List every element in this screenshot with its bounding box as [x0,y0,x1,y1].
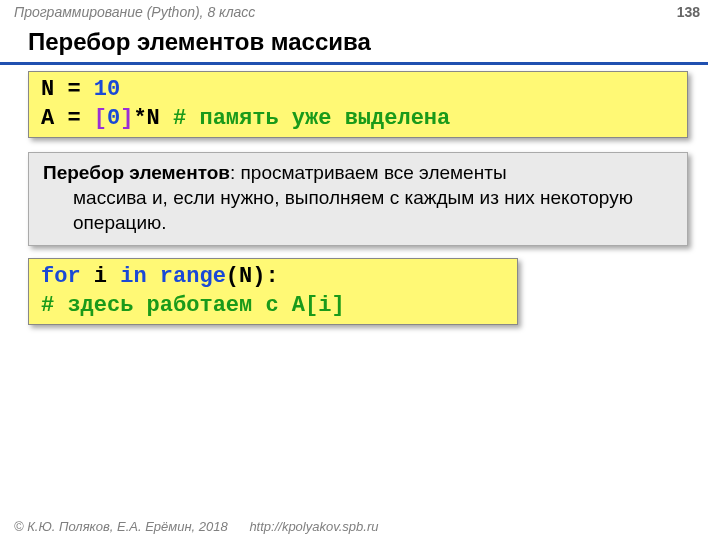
sp [147,264,160,289]
code-br-open: [ [94,106,107,131]
course-label: Программирование (Python), 8 класс [14,4,255,20]
code-block-init: N = 10 A = [0]*N # память уже выделена [28,71,688,138]
code-comment-1: # память уже выделена [173,106,450,131]
code-mul: *N [133,106,173,131]
code-block-loop: for i in range(N): # здесь работаем с A[… [28,258,518,325]
code-line-3: for i in range(N): [41,263,505,292]
desc-rest2: массива и, если нужно, выполняем с кажды… [43,186,673,235]
desc-term: Перебор элементов [43,162,230,183]
fn-range: range [160,264,226,289]
copyright: © К.Ю. Поляков, Е.А. Ерёмин, 2018 [14,519,228,534]
code-comment-2: # здесь работаем с A[i] [41,293,345,318]
kw-in: in [120,264,146,289]
code-var-n: N [41,77,54,102]
loop-tail: (N): [226,264,279,289]
code-eq: = [54,77,94,102]
code-line-4: # здесь работаем с A[i] [41,292,505,321]
code-num-10: 10 [94,77,120,102]
code-line-2: A = [0]*N # память уже выделена [41,105,675,134]
desc-rest1: : просматриваем все элементы [230,162,507,183]
footer: © К.Ю. Поляков, Е.А. Ерёмин, 2018 http:/… [14,519,378,534]
page-title: Перебор элементов массива [0,24,708,65]
code-line-1: N = 10 [41,76,675,105]
description-box: Перебор элементов: просматриваем все эле… [28,152,688,246]
code-var-a: A [41,106,54,131]
kw-for: for [41,264,81,289]
var-i: i [81,264,121,289]
code-num-0: 0 [107,106,120,131]
page-number: 138 [677,4,700,20]
footer-url: http://kpolyakov.spb.ru [249,519,378,534]
code-br-close: ] [120,106,133,131]
code-eq2: = [54,106,94,131]
